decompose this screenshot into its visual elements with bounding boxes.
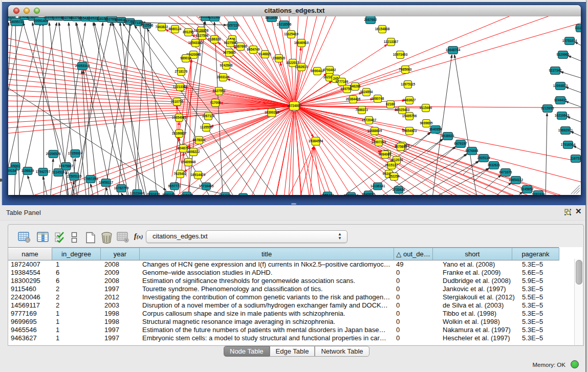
svg-text:9146821: 9146821 xyxy=(259,52,272,56)
svg-text:12093873: 12093873 xyxy=(553,84,568,87)
svg-text:18907209: 18907209 xyxy=(372,140,386,144)
svg-text:20053346: 20053346 xyxy=(75,64,90,68)
svg-text:9699695: 9699695 xyxy=(420,121,433,125)
svg-text:8660124: 8660124 xyxy=(169,27,182,31)
svg-text:9391934: 9391934 xyxy=(532,192,545,195)
svg-text:7485063: 7485063 xyxy=(399,68,412,71)
svg-text:6479197: 6479197 xyxy=(454,142,467,145)
svg-text:15716485: 15716485 xyxy=(199,184,214,188)
svg-text:1080748: 1080748 xyxy=(372,97,384,100)
svg-text:10958117: 10958117 xyxy=(99,181,114,184)
svg-text:9463627: 9463627 xyxy=(403,98,416,102)
svg-text:1640954: 1640954 xyxy=(429,127,442,131)
svg-text:2087662: 2087662 xyxy=(364,18,377,21)
svg-text:9327506: 9327506 xyxy=(196,34,209,37)
svg-text:8849696: 8849696 xyxy=(362,192,375,195)
svg-text:12213367: 12213367 xyxy=(384,40,399,43)
svg-text:39154: 39154 xyxy=(8,169,16,172)
svg-text:19654983: 19654983 xyxy=(172,116,187,119)
svg-text:16782759: 16782759 xyxy=(114,186,129,190)
svg-text:16154838: 16154838 xyxy=(375,27,390,31)
svg-text:9084067: 9084067 xyxy=(379,152,391,156)
svg-text:9227342: 9227342 xyxy=(549,69,562,72)
svg-text:8878334: 8878334 xyxy=(193,138,206,142)
svg-text:2935114: 2935114 xyxy=(477,156,490,160)
svg-text:17942757: 17942757 xyxy=(36,170,51,173)
svg-text:1362615: 1362615 xyxy=(295,65,308,69)
svg-text:12023446: 12023446 xyxy=(130,191,145,195)
svg-text:10688609: 10688609 xyxy=(367,129,382,133)
svg-text:746266: 746266 xyxy=(350,84,361,88)
svg-text:1114519: 1114519 xyxy=(52,170,65,174)
svg-text:1112009: 1112009 xyxy=(575,26,581,30)
svg-text:3267110: 3267110 xyxy=(202,114,215,118)
svg-text:10654112: 10654112 xyxy=(509,178,524,182)
svg-text:16914479: 16914479 xyxy=(191,173,206,177)
svg-text:417006: 417006 xyxy=(210,101,221,104)
svg-text:7515546: 7515546 xyxy=(141,24,154,27)
svg-text:891295: 891295 xyxy=(183,30,194,34)
svg-text:10975867: 10975867 xyxy=(59,164,74,168)
svg-text:8990443: 8990443 xyxy=(311,69,324,73)
svg-text:10025433: 10025433 xyxy=(395,108,410,112)
svg-text:19654923: 19654923 xyxy=(402,129,417,133)
svg-text:4201987: 4201987 xyxy=(208,16,221,19)
svg-text:1135559: 1135559 xyxy=(200,125,213,129)
svg-text:3824554: 3824554 xyxy=(360,90,373,94)
svg-text:8322037: 8322037 xyxy=(287,61,299,64)
svg-text:6793402: 6793402 xyxy=(323,68,336,72)
svg-text:2803144: 2803144 xyxy=(217,75,230,79)
svg-text:19384554: 19384554 xyxy=(309,139,323,143)
svg-text:3675685: 3675685 xyxy=(223,51,236,54)
svg-text:9474444: 9474444 xyxy=(466,149,478,152)
svg-text:18300295: 18300295 xyxy=(265,111,279,114)
svg-text:8186328: 8186328 xyxy=(208,37,221,41)
svg-text:1316475: 1316475 xyxy=(181,193,193,195)
svg-text:7632621: 7632621 xyxy=(488,163,500,167)
svg-text:53767242: 53767242 xyxy=(344,194,359,195)
svg-text:17016504: 17016504 xyxy=(561,143,576,146)
svg-text:18724007: 18724007 xyxy=(287,104,302,107)
svg-text:9242848: 9242848 xyxy=(220,63,233,67)
svg-text:116753: 116753 xyxy=(571,157,581,160)
svg-text:2367608: 2367608 xyxy=(234,45,247,48)
svg-text:15692971: 15692971 xyxy=(558,128,573,132)
svg-text:62160: 62160 xyxy=(386,102,395,106)
svg-text:20364436: 20364436 xyxy=(346,97,361,101)
svg-text:7357224: 7357224 xyxy=(227,24,239,27)
svg-text:9777169: 9777169 xyxy=(336,80,349,83)
svg-text:11325419: 11325419 xyxy=(284,32,299,36)
svg-text:12975115: 12975115 xyxy=(401,82,416,86)
svg-text:8215955: 8215955 xyxy=(541,106,554,110)
svg-text:16210643: 16210643 xyxy=(555,114,570,117)
svg-text:17957253: 17957253 xyxy=(83,177,98,181)
svg-text:16648784: 16648784 xyxy=(446,48,461,52)
svg-text:7463822: 7463822 xyxy=(156,25,168,29)
svg-text:16046756: 16046756 xyxy=(176,146,191,150)
svg-text:19166827: 19166827 xyxy=(172,132,187,135)
svg-text:1615132: 1615132 xyxy=(385,163,398,167)
svg-text:7886372: 7886372 xyxy=(356,108,368,112)
svg-text:12213369: 12213369 xyxy=(173,85,188,89)
svg-text:1588520: 1588520 xyxy=(273,56,286,60)
svg-text:1610755: 1610755 xyxy=(171,100,184,103)
svg-text:1156829: 1156829 xyxy=(21,169,34,172)
svg-text:15495756: 15495756 xyxy=(402,114,417,118)
svg-text:14055724: 14055724 xyxy=(10,20,25,24)
svg-text:15751074: 15751074 xyxy=(562,39,577,42)
svg-text:14136141: 14136141 xyxy=(371,184,385,188)
svg-text:15409948: 15409948 xyxy=(181,160,196,164)
svg-text:9593103: 9593103 xyxy=(163,193,176,195)
svg-text:17359924: 17359924 xyxy=(68,151,83,155)
svg-text:8938923: 8938923 xyxy=(442,134,454,138)
svg-text:15720407: 15720407 xyxy=(362,118,377,122)
svg-text:9327508: 9327508 xyxy=(224,41,237,45)
svg-text:8813054: 8813054 xyxy=(266,16,278,19)
svg-text:3056413: 3056413 xyxy=(321,193,334,195)
svg-text:12505135: 12505135 xyxy=(67,174,82,178)
svg-text:19218506: 19218506 xyxy=(277,23,292,26)
svg-text:989014: 989014 xyxy=(180,56,191,60)
svg-text:20206526: 20206526 xyxy=(46,152,61,156)
svg-text:9657771: 9657771 xyxy=(168,184,181,188)
svg-text:16543382: 16543382 xyxy=(188,41,203,45)
